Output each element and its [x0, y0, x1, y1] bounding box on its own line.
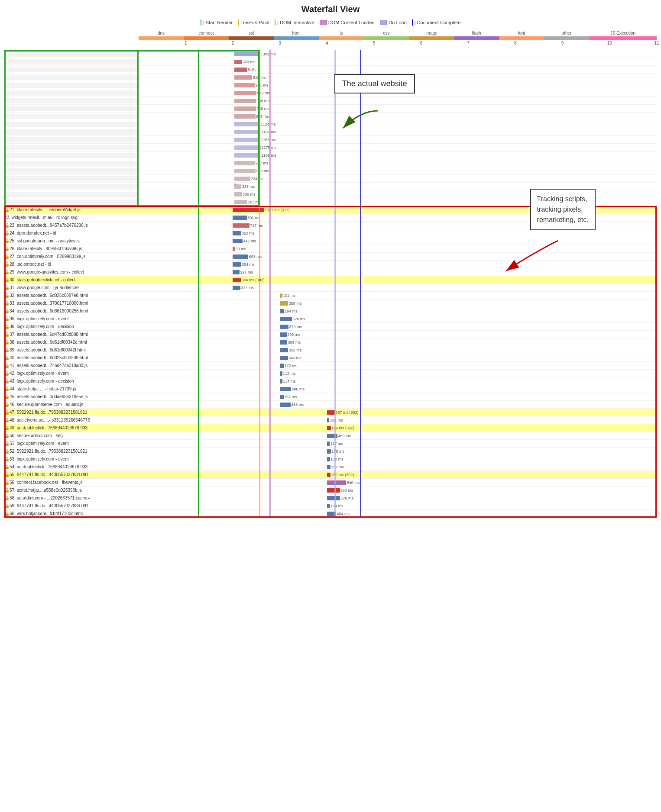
url-21: 🔒21. blaze.ratecity... - embedWidget.js — [4, 207, 139, 212]
bar — [234, 52, 260, 56]
url-24: 🔒24. dpm.demdex.net - id — [4, 231, 139, 235]
bar-31 — [233, 286, 240, 290]
bar-32 — [280, 293, 282, 298]
row-timeline-60: 404 ms — [139, 510, 657, 517]
url-23: 🔒23. assets.adobedt...8457a7b2476236.js — [4, 223, 139, 228]
url-38: 🔒38. assets.adobedt...6d61df00342e.html — [4, 340, 139, 345]
bar-label-34: 184 ms — [285, 309, 298, 313]
bar-42 — [280, 371, 282, 376]
waterfall-main: 1 2 3 4 5 6 7 8 9 10 11 — [4, 41, 657, 518]
col-html: html — [274, 31, 319, 35]
bar — [234, 99, 256, 103]
blurred-url — [4, 129, 139, 135]
row-timeline-47: 337 ms (302) — [139, 409, 657, 416]
row-43: 🔒43. logx.optimizely.com - decision 114 … — [4, 377, 657, 385]
tick-6: 6 — [420, 41, 423, 45]
bar-24 — [233, 231, 241, 235]
bar-label-46: 468 ms — [291, 403, 304, 407]
color-image — [409, 36, 454, 40]
callout-actual-text: The actual website — [342, 79, 407, 88]
blurred-url — [4, 200, 139, 205]
row-timeline-46: 468 ms — [139, 401, 657, 408]
row-59: 🔒59. 6447741.fls.do...4400557027834.091 … — [4, 502, 657, 510]
bar — [234, 75, 253, 80]
bar-label-47: 337 ms (302) — [335, 410, 358, 415]
url-33: 🔒33. assets.adobedt...370017710000.html — [4, 301, 139, 306]
url-44: 🔒44. static.hotjar.... - hotjar-21739.js — [4, 387, 139, 391]
row-35: 🔒35. logx.optimizely.com - event 526 ms — [4, 315, 657, 323]
timeline-ticks: 1 2 3 4 5 6 7 8 9 10 11 — [139, 41, 657, 50]
bar-30 — [233, 278, 241, 282]
legend: | Start Render | msFirstPaint | DOM Inte… — [4, 19, 657, 26]
row-timeline-29: 291 ms — [139, 268, 657, 276]
col-dns: dns — [139, 31, 184, 35]
row-52: 🔒52. 5922921.fls.do...7953882231581821 1… — [4, 448, 657, 455]
bar-label-37: 293 ms — [287, 332, 300, 337]
bar-22 — [233, 216, 246, 220]
col-other: other — [544, 31, 589, 35]
tick-8: 8 — [514, 41, 517, 45]
url-58: 🔒58. ad.atdmt.com - ...2202663571;cache= — [4, 496, 139, 500]
row-31: 🔒31. www.google.com - ga-audiences 322 m… — [4, 284, 657, 292]
color-js — [319, 36, 364, 40]
bar-label-44: 486 ms — [292, 387, 305, 391]
callout-tracking: Tracking scripts, tracking pixels, remar… — [530, 189, 596, 230]
bar-label: 966 ms — [256, 106, 269, 111]
row-timeline: 966 ms — [140, 105, 657, 112]
rows-container: 1301 ms 303 ms 516 ms — [4, 50, 657, 518]
row-timeline: 959 ms — [140, 113, 657, 120]
timeline-header: 1 2 3 4 5 6 7 8 9 10 11 — [4, 41, 657, 50]
bar-label-27: 693 ms — [249, 255, 262, 259]
row-40: 🔒40. assets.adobedt...6d025c0032d9.html … — [4, 354, 657, 362]
bar-41 — [280, 364, 284, 368]
url-40: 🔒40. assets.adobedt...6d025c0032d9.html — [4, 355, 139, 360]
bar-label: 1169 ms — [261, 153, 276, 158]
type-color-bars — [139, 36, 657, 40]
bar-label-57: 560 ms — [340, 488, 353, 493]
url-43: 🔒43. logx.optimizely.com - decision — [4, 379, 139, 383]
row-timeline: 1155 ms — [140, 136, 657, 143]
tick-1: 1 — [185, 41, 187, 45]
bar-label: 516 ms — [248, 68, 261, 72]
bar-40 — [280, 356, 288, 360]
row-54: 🔒54. ad.doubleclick...7668944029678.933 … — [4, 463, 657, 471]
bar-29 — [233, 270, 240, 274]
row-timeline: 968 ms — [140, 97, 657, 104]
bar-23 — [233, 223, 249, 228]
blurred-url — [4, 122, 139, 127]
bar-label-25: 442 ms — [243, 239, 256, 243]
row-timeline-45: 157 ms — [139, 393, 657, 400]
bar-label: 1124 ms — [261, 122, 276, 126]
bar-60 — [327, 512, 336, 516]
row: 1301 ms — [4, 50, 657, 58]
row-timeline-59: 134 ms — [139, 502, 657, 509]
tick-9: 9 — [561, 41, 564, 45]
bar-33 — [280, 301, 288, 306]
legend-ms-first-paint: | msFirstPaint — [238, 19, 269, 26]
bar-59 — [327, 504, 330, 508]
bar — [234, 192, 242, 197]
blurred-url — [4, 145, 139, 150]
row-39: 🔒39. assets.adobedt...6d61df00342f.html … — [4, 346, 657, 354]
row-timeline-33: 359 ms — [139, 300, 657, 307]
bar-label: 336 ms — [243, 192, 256, 197]
bar-46 — [280, 403, 291, 407]
bar-label-40: 343 ms — [288, 356, 301, 360]
row-timeline: 1169 ms — [140, 151, 657, 159]
row-timeline: 1175 ms — [140, 144, 657, 151]
legend-label-document-complete: | Document Complete — [415, 20, 460, 25]
bar-label-29: 291 ms — [240, 270, 253, 274]
row-timeline-40: 343 ms — [139, 354, 657, 361]
row-55: 🔒55. 6447741.fls.do...4400557027834.091 … — [4, 471, 657, 479]
row-32: 🔒32. assets.adobedt...6d025c0087e8.html … — [4, 292, 657, 300]
row: 1124 ms — [4, 120, 657, 128]
row-58: 🔒58. ad.atdmt.com - ...2202663571;cache=… — [4, 494, 657, 502]
url-32: 🔒32. assets.adobedt...6d025c0087e8.html — [4, 293, 139, 298]
tick-4: 4 — [326, 41, 328, 45]
bar-label-58: 570 ms — [340, 496, 353, 500]
row-timeline-35: 526 ms — [139, 315, 657, 322]
row-timeline: 917 ms — [140, 159, 657, 167]
bar-label-36: 370 ms — [289, 325, 302, 329]
row-timeline-25: 442 ms — [139, 237, 657, 245]
column-type-headers: dns connect ssl html js css image flash … — [4, 31, 657, 35]
